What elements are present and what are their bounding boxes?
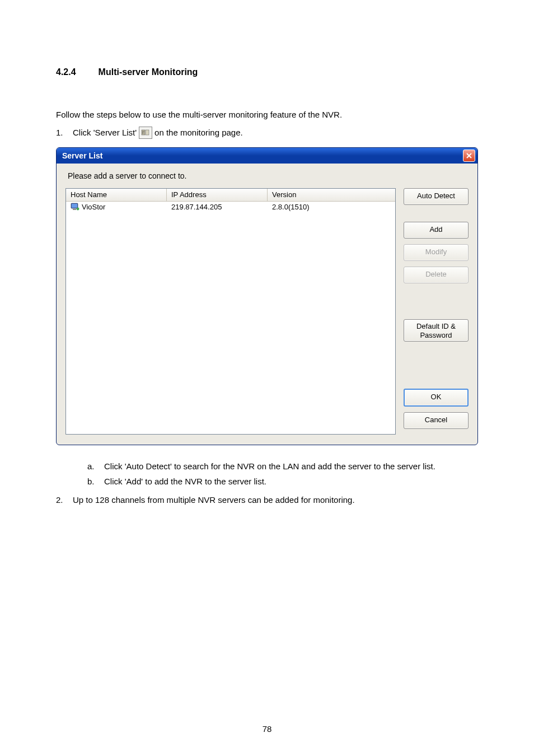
server-list-dialog: Server List Please add a server to conne… [56,147,478,445]
cell-version: 2.8.0(1510) [268,203,395,211]
dialog-titlebar[interactable]: Server List [57,148,477,164]
sub-a-text: Click 'Auto Detect' to search for the NV… [104,459,435,474]
delete-button: Delete [404,267,469,283]
dialog-prompt: Please add a server to connect to. [65,171,469,180]
col-hostname[interactable]: Host Name [66,189,167,201]
listview-header: Host Name IP Address Version [66,189,395,202]
step-1: 1. Click 'Server List' on the monitoring… [56,126,478,139]
sub-item-a: a. Click 'Auto Detect' to search for the… [87,459,478,474]
section-heading: 4.2.4Multi-server Monitoring [56,67,478,77]
ok-button[interactable]: OK [404,389,469,407]
default-id-password-button[interactable]: Default ID & Password [404,319,469,342]
col-version[interactable]: Version [268,189,395,201]
cell-ip: 219.87.144.205 [167,203,268,211]
step2-text: Up to 128 channels from multiple NVR ser… [73,495,355,505]
auto-detect-button[interactable]: Auto Detect [404,188,469,205]
server-listview[interactable]: Host Name IP Address Version [65,188,396,435]
svg-rect-1 [146,130,149,135]
sub-a-label: a. [87,459,104,474]
table-row[interactable]: VioStor 219.87.144.205 2.8.0(1510) [66,202,395,212]
page-number: 78 [0,724,534,734]
step-2: 2. Up to 128 channels from multiple NVR … [56,495,478,505]
heading-title: Multi-server Monitoring [99,67,198,77]
sub-item-b: b. Click 'Add' to add the NVR to the ser… [87,474,478,489]
server-list-icon [139,127,152,139]
step-number: 1. [56,126,73,139]
step2-number: 2. [56,495,73,505]
col-ip[interactable]: IP Address [167,189,268,201]
svg-rect-0 [142,130,145,135]
svg-point-7 [77,208,79,210]
sub-b-label: b. [87,474,104,489]
step1-after: on the monitoring page. [154,126,243,139]
svg-rect-5 [72,204,77,208]
dialog-title: Server List [62,151,102,160]
sub-b-text: Click 'Add' to add the NVR to the server… [104,474,266,489]
intro-text: Follow the steps below to use the multi-… [56,109,478,122]
svg-rect-6 [73,209,76,210]
modify-button: Modify [404,244,469,261]
cell-hostname: VioStor [82,203,105,211]
cancel-button[interactable]: Cancel [404,412,469,429]
host-icon [71,203,79,211]
step1-before: Click 'Server List' [73,126,137,139]
add-button[interactable]: Add [404,222,469,239]
heading-number: 4.2.4 [56,67,76,77]
close-icon[interactable] [463,150,475,162]
